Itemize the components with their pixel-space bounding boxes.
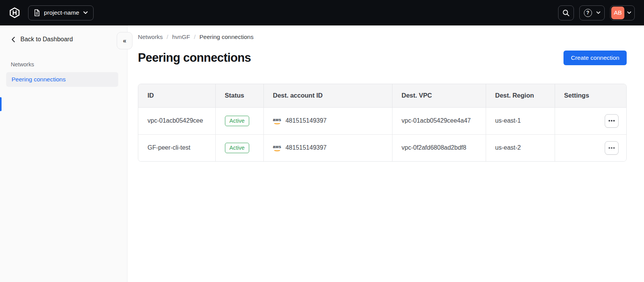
project-selector-label: project-name bbox=[44, 9, 79, 16]
column-header-settings: Settings bbox=[555, 84, 626, 107]
search-icon bbox=[562, 9, 570, 17]
topbar-actions: ? AB bbox=[558, 5, 635, 20]
chevron-down-icon bbox=[596, 11, 600, 14]
chevron-down-icon bbox=[83, 11, 88, 14]
main-row: Back to Dashboard Networks Peering conne… bbox=[0, 25, 644, 282]
account-id-value: 481515149397 bbox=[285, 117, 327, 124]
chevron-down-icon bbox=[627, 11, 631, 14]
breadcrumb-item-current: Peering connections bbox=[200, 33, 253, 41]
create-connection-button[interactable]: Create connection bbox=[564, 51, 627, 65]
hashicorp-logo-icon[interactable] bbox=[9, 7, 20, 18]
search-button[interactable] bbox=[558, 5, 574, 20]
account-id-value: 481515149397 bbox=[285, 144, 327, 151]
sidebar-section-networks: Networks bbox=[11, 61, 127, 68]
column-header-status: Status bbox=[215, 84, 263, 107]
project-selector[interactable]: project-name bbox=[28, 5, 94, 20]
sidebar: Back to Dashboard Networks Peering conne… bbox=[0, 25, 127, 282]
back-to-dashboard-label: Back to Dashboard bbox=[20, 36, 73, 43]
aws-icon: aws bbox=[273, 145, 282, 151]
cell-dest-account-id: aws 481515149397 bbox=[263, 107, 392, 134]
avatar: AB bbox=[611, 7, 624, 19]
breadcrumb-item-networks[interactable]: Networks bbox=[138, 33, 163, 41]
column-header-id: ID bbox=[138, 84, 215, 107]
table-header-row: ID Status Dest. account ID Dest. VPC Des… bbox=[138, 84, 626, 107]
active-item-indicator bbox=[0, 97, 2, 111]
cell-dest-vpc: vpc-01acb05429cee4a47 bbox=[392, 107, 486, 134]
table-row: vpc-01acb05429cee Active aws bbox=[138, 107, 626, 134]
help-menu-button[interactable]: ? bbox=[579, 5, 605, 20]
peering-connections-table: ID Status Dest. account ID Dest. VPC Des… bbox=[138, 84, 627, 162]
cell-dest-region: us-east-1 bbox=[486, 107, 555, 134]
document-icon bbox=[34, 9, 40, 16]
cell-dest-vpc: vpc-0f2afd6808ad2bdf8 bbox=[392, 134, 486, 161]
sidebar-item-peering-connections[interactable]: Peering connections bbox=[6, 72, 118, 87]
page-header: Peering connections Create connection bbox=[138, 51, 627, 65]
aws-icon: aws bbox=[273, 118, 282, 124]
column-header-dest-region: Dest. Region bbox=[486, 84, 555, 107]
collapse-icon: « bbox=[123, 37, 126, 44]
ellipsis-icon bbox=[609, 147, 610, 149]
content-inner: Networks / hvnGF / Peering connections P… bbox=[127, 25, 627, 162]
cell-status: Active bbox=[215, 107, 263, 134]
cell-settings bbox=[555, 134, 626, 161]
sidebar-collapse-button[interactable]: « bbox=[117, 32, 132, 49]
row-actions-button[interactable] bbox=[605, 114, 619, 128]
cell-status: Active bbox=[215, 134, 263, 161]
topbar: project-name ? AB bbox=[0, 0, 644, 25]
row-actions-button[interactable] bbox=[605, 141, 619, 155]
table-row: GF-peer-cli-test Active aws bbox=[138, 134, 626, 161]
column-header-dest-account-id: Dest. account ID bbox=[263, 84, 392, 107]
cell-dest-region: us-east-2 bbox=[486, 134, 555, 161]
cell-dest-account-id: aws 481515149397 bbox=[263, 134, 392, 161]
cell-id: GF-peer-cli-test bbox=[138, 134, 215, 161]
breadcrumb-separator: / bbox=[167, 33, 168, 41]
column-header-dest-vpc: Dest. VPC bbox=[392, 84, 486, 107]
page-title: Peering connections bbox=[138, 51, 251, 65]
help-icon: ? bbox=[584, 9, 592, 17]
chevron-left-icon bbox=[12, 37, 15, 42]
cell-id: vpc-01acb05429cee bbox=[138, 107, 215, 134]
ellipsis-icon bbox=[609, 120, 610, 122]
breadcrumb-separator: / bbox=[194, 33, 195, 41]
back-to-dashboard-link[interactable]: Back to Dashboard bbox=[0, 25, 127, 43]
account-menu-button[interactable]: AB bbox=[610, 5, 635, 20]
status-badge: Active bbox=[225, 116, 250, 126]
sidebar-item-label: Peering connections bbox=[12, 76, 65, 83]
cell-settings bbox=[555, 107, 626, 134]
status-badge: Active bbox=[225, 143, 250, 153]
breadcrumb: Networks / hvnGF / Peering connections bbox=[138, 33, 627, 41]
breadcrumb-item-hvn[interactable]: hvnGF bbox=[172, 33, 190, 41]
main-content: « Networks / hvnGF / Peering connections… bbox=[127, 25, 644, 282]
